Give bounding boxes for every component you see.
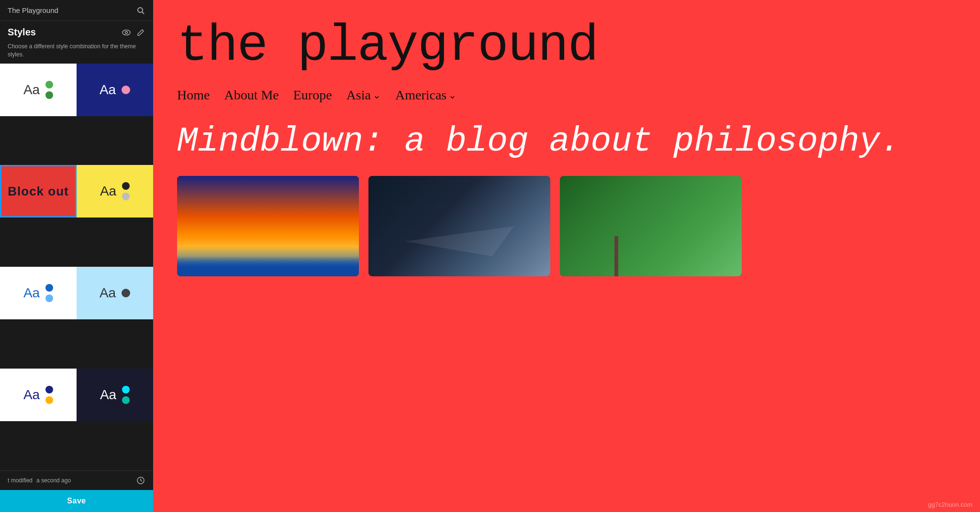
styles-description: Choose a different style combination for… [0,41,153,64]
sidebar-header-icons [136,6,145,15]
image-card-sunset [177,176,359,276]
blockout-label: Block out [8,184,68,199]
nav-item-home[interactable]: Home [177,87,210,103]
dot-blue-light [45,294,53,302]
save-button[interactable]: Save [0,490,153,512]
dot-dark [122,182,130,190]
style-card-white[interactable]: Aa [0,64,77,116]
dot-cyan [122,386,130,393]
style-card-aa-label: Aa [100,184,116,199]
dot-green-dark [45,81,53,88]
svg-line-1 [142,12,144,14]
site-tagline: Mindblown: a blog about philosophy. [153,103,980,176]
dot-darkgrey [122,289,130,297]
image-card-dark [368,176,550,276]
svg-point-0 [138,8,143,12]
watermark: gg7c2huon.com [928,501,972,508]
nav-item-asia[interactable]: Asia ⌄ [346,87,381,103]
style-card-aa-label: Aa [23,285,40,301]
style-card-lightblue[interactable]: Aa [77,267,153,319]
sidebar: The Playground Styles [0,0,153,512]
last-modified-time: a second ago [36,477,71,484]
styles-section: Styles [0,21,153,41]
style-card-white-blue[interactable]: Aa [0,267,77,319]
style-card-aa-label: Aa [23,82,40,98]
dot-pink [122,86,130,94]
main-content: the playground Home About Me Europe Asia… [153,0,980,512]
style-card-blockout[interactable]: Block out [0,165,77,218]
nav-item-about[interactable]: About Me [224,87,278,103]
dot-amber [45,396,53,404]
site-header: the playground [153,0,980,78]
image-card-forest [560,176,742,276]
navigation-bar: Home About Me Europe Asia ⌄ Americas ⌄ [153,78,980,103]
site-title: the playground [177,19,956,73]
dark-underwater-image [368,176,550,276]
styles-heading: Styles [8,27,36,38]
style-card-aa-label: Aa [100,82,116,98]
last-modified-bar: t modified a second ago [0,471,153,490]
eye-icon[interactable] [122,28,131,37]
sunset-image [177,176,359,276]
styles-grid: Aa Aa Block out Aa [0,64,153,470]
pencil-icon[interactable] [136,28,145,37]
dot-grey [122,193,130,200]
style-card-aa-label: Aa [100,285,116,301]
style-card-aa-label: Aa [100,387,116,403]
svg-point-3 [125,31,128,33]
image-grid [153,176,980,512]
forest-image [560,176,742,276]
style-card-white-navy[interactable]: Aa [0,369,77,421]
dot-navy [45,386,53,393]
styles-action-icons [122,28,145,37]
app-name-label: The Playground [8,6,58,14]
dot-teal [122,396,130,404]
style-card-aa-label: Aa [23,387,40,403]
style-card-dark-teal[interactable]: Aa [77,369,153,421]
style-card-darkblue[interactable]: Aa [77,64,153,116]
sidebar-bottom: t modified a second ago Save [0,470,153,512]
svg-point-2 [122,30,130,35]
sidebar-header: The Playground [0,0,153,21]
last-modified-info: t modified a second ago [8,477,71,484]
nav-item-americas[interactable]: Americas ⌄ [395,87,457,103]
chevron-down-icon: ⌄ [373,89,381,101]
dot-green-light [45,91,53,99]
nav-item-europe[interactable]: Europe [293,87,332,103]
history-icon[interactable] [136,476,145,485]
style-card-yellow[interactable]: Aa [77,165,153,218]
search-icon[interactable] [136,6,145,15]
dot-blue-dark [45,284,53,292]
chevron-down-icon: ⌄ [448,89,457,101]
last-modified-label: t modified [8,477,33,484]
